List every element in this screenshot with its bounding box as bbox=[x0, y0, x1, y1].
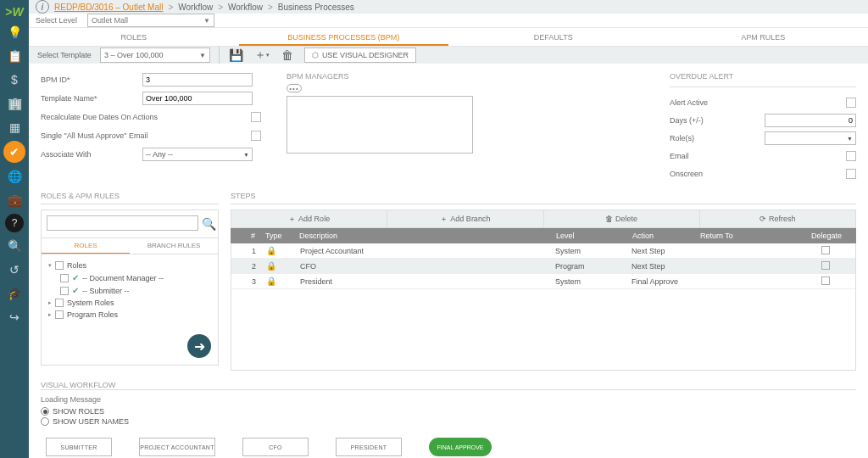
plus-icon: ＋ bbox=[440, 214, 448, 225]
breadcrumb-1: Workflow bbox=[178, 3, 213, 12]
roles-select[interactable]: ▼ bbox=[765, 131, 856, 145]
tree-system[interactable]: ▸System Roles bbox=[48, 297, 211, 309]
roles-tree: ▾Roles ✔-- Document Manager -- ✔-- Submi… bbox=[42, 254, 218, 326]
main: i REDP/BD/3016 – Outlet Mall > Workflow … bbox=[29, 0, 868, 458]
email-checkbox[interactable] bbox=[846, 151, 856, 161]
tab-bpm[interactable]: BUSINESS PROCESSES (BPM) bbox=[239, 28, 449, 46]
delegate-checkbox[interactable] bbox=[821, 261, 830, 270]
lock-icon: 🔒 bbox=[266, 246, 276, 255]
delete-icon[interactable]: 🗑 bbox=[279, 47, 296, 64]
save-icon[interactable]: 💾 bbox=[228, 47, 245, 64]
show-users-radio[interactable]: SHOW USER NAMES bbox=[41, 417, 856, 426]
wf-president[interactable]: PRESIDENT bbox=[336, 438, 402, 456]
breadcrumb-project[interactable]: REDP/BD/3016 – Outlet Mall bbox=[54, 3, 163, 12]
form-left: BPM ID* Template Name* Recalculate Due D… bbox=[41, 72, 261, 182]
steps-panel: STEPS ＋Add Role ＋Add Branch 🗑Delete ⟳Ref… bbox=[231, 192, 856, 371]
loading-label: Loading Message bbox=[41, 395, 856, 404]
tree-docmgr[interactable]: ✔-- Document Manager -- bbox=[48, 271, 211, 284]
roles-label: Role(s) bbox=[670, 134, 754, 142]
single-email-label: Single "All Must Approve" Email bbox=[41, 131, 251, 140]
managers-more-icon[interactable]: ••• bbox=[287, 84, 302, 92]
select-template-label: Select Template bbox=[37, 51, 92, 59]
steps-title: STEPS bbox=[231, 192, 856, 200]
sidebar: >W 💡 📋 $ 🏢 ▦ ✔ 🌐 💼 ? 🔍 ↺ 🎓 ↪ bbox=[0, 0, 29, 458]
nav-briefcase-icon[interactable]: 💼 bbox=[4, 190, 25, 210]
subtab-roles[interactable]: ROLES bbox=[42, 238, 130, 254]
tab-defaults[interactable]: DEFAULTS bbox=[448, 28, 659, 46]
select-level-label: Select Level bbox=[36, 16, 77, 25]
vwf-title: VISUAL WORKFLOW bbox=[41, 381, 856, 389]
level-row: Select Level Outlet Mall ▼ bbox=[29, 14, 868, 28]
nav-help-icon[interactable]: ? bbox=[5, 214, 24, 232]
tree-submitter[interactable]: ✔-- Submitter -- bbox=[48, 284, 211, 297]
nav-history-icon[interactable]: ↺ bbox=[4, 260, 25, 280]
search-icon[interactable]: 🔍 bbox=[202, 215, 216, 232]
nav-building-icon[interactable]: 🏢 bbox=[4, 93, 25, 114]
info-icon[interactable]: i bbox=[36, 0, 49, 14]
nav-grid-icon[interactable]: ▦ bbox=[4, 117, 25, 137]
assign-arrow-button[interactable]: ➜ bbox=[187, 334, 211, 358]
nav-dollar-icon[interactable]: $ bbox=[4, 70, 25, 90]
onscreen-checkbox[interactable] bbox=[846, 169, 856, 179]
nav-clipboard-icon[interactable]: 📋 bbox=[4, 46, 25, 66]
roles-panel-title: ROLES & APM RULES bbox=[41, 192, 219, 200]
wf-final-approve[interactable]: FINAL APPROVE bbox=[429, 438, 492, 456]
lock-icon: 🔒 bbox=[266, 276, 276, 286]
nav-globe-icon[interactable]: 🌐 bbox=[4, 166, 25, 187]
caret-down-icon: ▼ bbox=[203, 17, 210, 25]
step-row[interactable]: 2🔒 CFOProgram Next Step bbox=[231, 259, 855, 274]
nav-search-icon[interactable]: 🔍 bbox=[4, 236, 25, 256]
alert-active-checkbox[interactable] bbox=[846, 98, 856, 108]
steps-header: # Type Description Level Action Return T… bbox=[231, 228, 856, 243]
add-branch-button[interactable]: ＋Add Branch bbox=[387, 210, 543, 227]
wf-submitter[interactable]: SUBMITTER bbox=[46, 438, 112, 456]
nav-grad-icon[interactable]: 🎓 bbox=[4, 283, 25, 304]
email-label: Email bbox=[670, 152, 754, 160]
template-name-label: Template Name* bbox=[41, 94, 142, 103]
caret-down-icon: ▼ bbox=[199, 52, 206, 59]
associate-select[interactable]: -- Any -- ▼ bbox=[142, 148, 253, 161]
bpm-id-input[interactable] bbox=[142, 73, 253, 87]
add-role-button[interactable]: ＋Add Role bbox=[231, 210, 387, 227]
tree-root[interactable]: ▾Roles bbox=[48, 260, 211, 271]
tab-roles[interactable]: ROLES bbox=[29, 28, 239, 46]
show-roles-radio[interactable]: SHOW ROLES bbox=[41, 407, 856, 416]
recalc-checkbox[interactable] bbox=[251, 112, 261, 122]
refresh-icon: ⟳ bbox=[760, 215, 766, 223]
template-name-input[interactable] bbox=[142, 92, 253, 105]
tab-apm[interactable]: APM RULES bbox=[659, 28, 869, 46]
nav-workflow-icon[interactable]: ✔ bbox=[3, 141, 25, 163]
subtab-branch[interactable]: BRANCH RULES bbox=[130, 238, 218, 254]
breadcrumb: i REDP/BD/3016 – Outlet Mall > Workflow … bbox=[29, 0, 868, 14]
wf-pa[interactable]: PROJECT ACCOUNTANT bbox=[139, 438, 215, 456]
nav-bulb-icon[interactable]: 💡 bbox=[4, 22, 25, 42]
toolbar: Select Template 3 – Over 100,000 ▼ 💾 ＋▾ … bbox=[29, 47, 868, 64]
tree-program[interactable]: ▸Program Roles bbox=[48, 309, 211, 321]
managers-box[interactable] bbox=[287, 96, 473, 154]
managers-title: BPM MANAGERS bbox=[287, 72, 507, 81]
wf-cfo[interactable]: CFO bbox=[242, 438, 309, 456]
trash-icon: 🗑 bbox=[605, 215, 613, 223]
delegate-checkbox[interactable] bbox=[821, 276, 830, 285]
roles-search-input[interactable] bbox=[47, 215, 198, 231]
caret-down-icon: ▼ bbox=[243, 152, 249, 158]
days-input[interactable] bbox=[765, 114, 856, 127]
bpm-id-label: BPM ID* bbox=[41, 75, 142, 84]
level-select[interactable]: Outlet Mall ▼ bbox=[87, 14, 214, 27]
single-email-checkbox[interactable] bbox=[251, 131, 261, 141]
delete-step-button[interactable]: 🗑Delete bbox=[544, 210, 700, 227]
delegate-checkbox[interactable] bbox=[821, 246, 830, 254]
refresh-button[interactable]: ⟳Refresh bbox=[700, 210, 855, 227]
visual-designer-button[interactable]: ⬡ USE VISUAL DESIGNER bbox=[304, 47, 416, 63]
flow-icon: ⬡ bbox=[312, 51, 319, 59]
logo: >W bbox=[5, 5, 23, 19]
step-row[interactable]: 1🔒 Project AccountantSystem Next Step bbox=[231, 243, 855, 259]
template-select[interactable]: 3 – Over 100,000 ▼ bbox=[100, 47, 210, 63]
managers-column: BPM MANAGERS ••• bbox=[287, 72, 507, 182]
add-icon[interactable]: ＋▾ bbox=[253, 47, 270, 64]
roles-panel: ROLES & APM RULES 🔍 ROLES BRANCH RULES ▾… bbox=[41, 192, 219, 371]
step-row[interactable]: 3🔒 PresidentSystem Final Approve bbox=[231, 274, 855, 289]
onscreen-label: Onscreen bbox=[670, 170, 754, 178]
nav-logout-icon[interactable]: ↪ bbox=[4, 307, 25, 327]
lock-icon: 🔒 bbox=[266, 261, 276, 271]
